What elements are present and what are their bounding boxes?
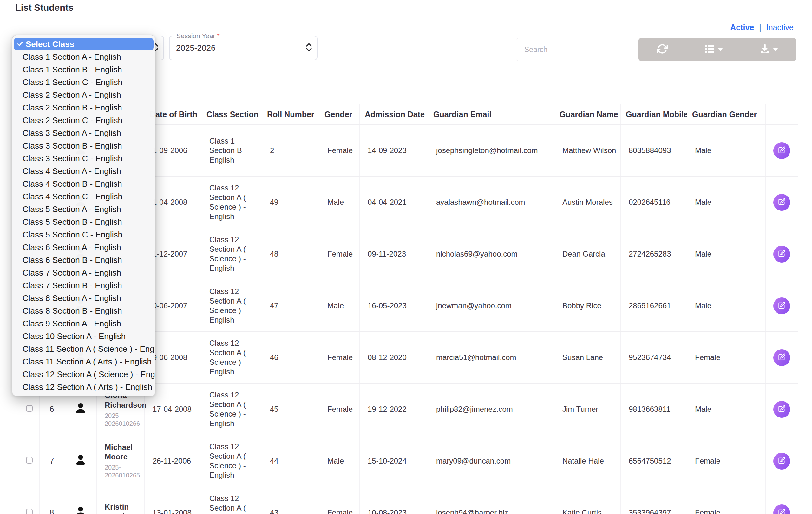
popup-option[interactable]: Class 1 Section B - English (12, 63, 155, 76)
roll-number-cell: 46 (262, 332, 319, 383)
download-button[interactable] (759, 44, 778, 56)
select-stepper-icon (306, 43, 313, 53)
edit-pencil-icon (778, 249, 786, 259)
popup-option[interactable]: Class 3 Section C - English (12, 152, 155, 165)
popup-option[interactable]: Class 5 Section A - English (12, 203, 155, 216)
avatar-icon (74, 511, 87, 514)
popup-option[interactable]: Class 8 Section B - English (12, 304, 155, 317)
edit-student-button[interactable] (773, 142, 790, 159)
guardian-mobile-cell: 0202645116 (621, 177, 687, 228)
tab-active[interactable]: Active (730, 23, 754, 32)
columns-list-icon (704, 44, 715, 56)
edit-student-button[interactable] (773, 401, 790, 418)
gender-cell: Male (319, 177, 360, 228)
gender-cell: Female (319, 383, 360, 435)
guardian-gender-cell: Male (687, 383, 766, 435)
popup-option-selected[interactable]: Select Class (14, 38, 153, 51)
popup-option[interactable]: Class 3 Section A - English (12, 127, 155, 139)
column-header: Admission Date (360, 104, 428, 125)
popup-option[interactable]: Class 2 Section B - English (12, 101, 155, 114)
popup-option[interactable]: Class 2 Section A - English (12, 88, 155, 101)
session-year-label: Session Year * (174, 32, 222, 40)
popup-option[interactable]: Class 5 Section B - English (12, 216, 155, 228)
edit-pencil-icon (778, 301, 786, 310)
guardian-name-cell: Matthew Wilson (554, 125, 621, 177)
popup-option[interactable]: Class 3 Section B - English (12, 139, 155, 152)
guardian-gender-cell: Female (687, 435, 766, 487)
edit-student-button[interactable] (773, 246, 790, 263)
guardian-name-cell: Natalie Hale (554, 435, 621, 487)
session-year-select[interactable]: Session Year * 2025-2026 (169, 35, 318, 60)
guardian-gender-cell: Male (687, 125, 766, 177)
admission-date-cell: 09-11-2023 (360, 228, 428, 280)
class-section-cell: Class 12 Section A ( Science ) - English (201, 280, 262, 332)
edit-student-button[interactable] (773, 349, 790, 366)
popup-option[interactable]: Class 8 Section A - English (12, 292, 155, 304)
popup-option[interactable]: Class 1 Section C - English (12, 76, 155, 88)
table-row: 7 Michael Moore 2025-2026010265 26-11-20… (19, 435, 798, 487)
row-number: 7 (40, 435, 64, 487)
edit-student-button[interactable] (773, 297, 790, 314)
avatar-icon (74, 460, 87, 468)
popup-option[interactable]: Class 12 Section A ( Arts ) - English (12, 381, 155, 394)
popup-option[interactable]: Class 7 Section A - English (12, 266, 155, 279)
class-section-cell: Class 12 Section A ( Science ) - English (201, 487, 262, 514)
popup-option[interactable]: Class 1 Section A - English (12, 51, 155, 63)
guardian-mobile-cell: 9813663811 (621, 383, 687, 435)
edit-student-button[interactable] (773, 505, 790, 514)
columns-button[interactable] (704, 44, 723, 56)
class-section-cell: Class 12 Section A ( Science ) - English (201, 383, 262, 435)
popup-option[interactable]: Class 5 Section C - English (12, 228, 155, 241)
table-toolbar (638, 38, 796, 61)
admission-date-cell: 08-12-2020 (360, 332, 428, 383)
edit-student-button[interactable] (773, 194, 790, 211)
guardian-gender-cell: Female (687, 332, 766, 383)
row-checkbox[interactable] (26, 457, 33, 463)
refresh-button[interactable] (657, 44, 668, 56)
column-header: Gender (319, 104, 360, 125)
guardian-mobile-cell: 9523674734 (621, 332, 687, 383)
gender-cell: Female (319, 228, 360, 280)
popup-option[interactable]: Class 2 Section C - English (12, 114, 155, 127)
popup-option[interactable]: Class 4 Section B - English (12, 178, 155, 190)
column-header: Guardian Name (554, 104, 621, 125)
class-select-popup: Select Class Class 1 Section A - English… (12, 35, 155, 396)
student-photo-cell (64, 487, 97, 514)
column-header: Roll Number (262, 104, 319, 125)
guardian-name-cell: Austin Morales (554, 177, 621, 228)
class-section-cell: Class 12 Section A ( Science ) - English (201, 435, 262, 487)
popup-option[interactable]: Class 4 Section A - English (12, 165, 155, 178)
admission-date-cell: 16-05-2023 (360, 280, 428, 332)
row-checkbox[interactable] (26, 405, 33, 412)
chevron-down-icon (773, 48, 778, 51)
guardian-email-cell: ayalashawn@hotmail.com (428, 177, 554, 228)
edit-student-button[interactable] (773, 453, 790, 469)
popup-option[interactable]: Class 10 Section A - English (12, 330, 155, 343)
popup-option[interactable]: Class 11 Section A ( Science ) - English (12, 343, 155, 355)
class-section-cell: Class 12 Section A ( Science ) - English (201, 177, 262, 228)
popup-option[interactable]: Class 7 Section B - English (12, 279, 155, 292)
popup-option[interactable]: Class 4 Section C - English (12, 190, 155, 203)
column-header: Guardian Gender (687, 104, 766, 125)
guardian-mobile-cell: 8035884093 (621, 125, 687, 177)
tab-inactive[interactable]: Inactive (766, 23, 793, 32)
student-photo-cell (64, 435, 97, 487)
column-header: Guardian Mobile (621, 104, 687, 125)
edit-pencil-icon (778, 508, 786, 514)
popup-option[interactable]: Class 11 Section A ( Arts ) - English (12, 355, 155, 368)
popup-option[interactable]: Class 6 Section B - English (12, 254, 155, 266)
guardian-gender-cell: Female (687, 487, 766, 514)
gender-cell: Male (319, 435, 360, 487)
row-checkbox[interactable] (26, 509, 33, 514)
guardian-email-cell: nicholas69@yahoo.com (428, 228, 554, 280)
row-number: 8 (40, 487, 64, 514)
popup-option[interactable]: Class 9 Section A - English (12, 317, 155, 330)
edit-pencil-icon (778, 405, 786, 414)
guardian-mobile-cell: 2724265283 (621, 228, 687, 280)
guardian-name-cell: Katie Curtis (554, 487, 621, 514)
table-row: 8 Kristin Jennings 13-01-2008 Class 12 S… (19, 487, 798, 514)
search-input[interactable] (516, 38, 638, 61)
popup-option[interactable]: Class 6 Section A - English (12, 241, 155, 254)
popup-option[interactable]: Class 12 Section A ( Science ) - English (12, 368, 155, 381)
column-header: Class Section (201, 104, 262, 125)
